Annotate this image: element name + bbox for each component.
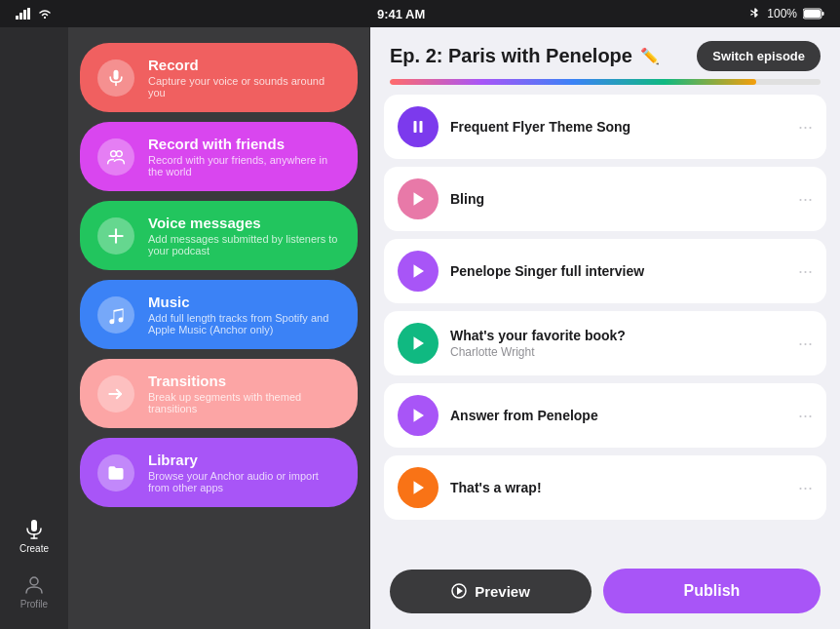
nav-create[interactable]: Create [16,510,53,562]
track-item-3[interactable]: Penelope Singer full interview··· [384,239,826,303]
track-title-2: Bling [450,191,786,207]
track-more-btn-1[interactable]: ··· [798,117,813,138]
track-title-6: That's a wrap! [450,480,786,495]
transitions-icon-circle [97,375,134,413]
track-title-4: What's your favorite book? [450,328,786,343]
action-card-library[interactable]: LibraryBrowse your Anchor audio or impor… [80,438,358,507]
track-more-btn-3[interactable]: ··· [798,261,813,282]
track-play-btn-3[interactable] [398,251,439,292]
svg-rect-3 [27,8,30,20]
track-more-btn-4[interactable]: ··· [798,334,813,354]
bluetooth-icon [749,7,761,20]
music-icon-circle [97,296,134,334]
track-title-1: Frequent Flyer Theme Song [450,119,786,135]
battery-icon [803,8,824,20]
track-more-btn-2[interactable]: ··· [798,189,813,210]
action-card-record-friends[interactable]: Record with friendsRecord with your frie… [80,122,358,191]
track-list: Frequent Flyer Theme Song···Bling···Pene… [370,95,840,557]
track-play-btn-4[interactable] [398,323,439,364]
friends-icon [106,147,126,167]
svg-marker-23 [414,336,425,350]
library-title: Library [148,452,340,468]
wifi-icon [37,8,53,20]
svg-point-14 [111,150,117,156]
pause-icon [409,118,427,136]
track-more-btn-6[interactable]: ··· [798,478,813,498]
music-subtitle: Add full length tracks from Spotify and … [148,312,340,335]
switch-episode-button[interactable]: Switch episode [697,41,821,71]
episode-header: Ep. 2: Paris with Penelope ✏️ Switch epi… [370,27,840,79]
svg-rect-20 [420,121,423,133]
svg-marker-21 [414,192,425,206]
track-play-btn-1[interactable] [398,106,439,147]
progress-bar-fill [390,79,756,85]
record-friends-title: Record with friends [148,136,340,152]
mic-icon [106,68,126,88]
episode-title: Ep. 2: Paris with Penelope ✏️ [390,45,660,67]
record-subtitle: Capture your voice or sounds around you [148,75,340,98]
right-panel: Ep. 2: Paris with Penelope ✏️ Switch epi… [370,27,840,629]
track-item-4[interactable]: What's your favorite book?Charlotte Wrig… [384,311,826,375]
track-item-1[interactable]: Frequent Flyer Theme Song··· [384,95,826,159]
profile-nav-icon [22,573,46,597]
action-card-transitions[interactable]: TransitionsBreak up segments with themed… [80,359,358,428]
record-icon-circle [97,59,134,97]
svg-rect-19 [414,121,417,133]
svg-point-15 [116,150,122,156]
svg-point-11 [30,577,38,585]
action-card-record[interactable]: RecordCapture your voice or sounds aroun… [80,43,358,112]
transitions-subtitle: Break up segments with themed transition… [148,391,340,414]
play-icon [409,479,427,496]
preview-play-icon [451,583,467,599]
sidebar: Create Profile [0,27,68,629]
bottom-nav: Create Profile [16,510,53,617]
track-item-6[interactable]: That's a wrap!··· [384,455,826,520]
voice-messages-icon-circle [97,217,134,255]
svg-marker-27 [457,587,463,595]
track-play-btn-2[interactable] [398,178,439,219]
library-icon-circle [97,454,134,491]
record-friends-subtitle: Record with your friends, anywhere in th… [148,154,340,177]
action-card-music[interactable]: MusicAdd full length tracks from Spotify… [80,280,358,349]
track-item-5[interactable]: Answer from Penelope··· [384,383,826,448]
track-item-2[interactable]: Bling··· [384,167,826,231]
track-title-5: Answer from Penelope [450,408,786,423]
arrow-icon [106,384,126,404]
create-nav-label: Create [19,543,49,554]
svg-rect-0 [16,16,19,20]
preview-button[interactable]: Preview [390,570,592,613]
signal-icon [16,8,31,20]
track-title-3: Penelope Singer full interview [450,263,786,279]
voice-messages-title: Voice messages [148,215,340,231]
play-icon [409,334,427,352]
track-subtitle-4: Charlotte Wright [450,345,786,359]
music-title: Music [148,294,340,310]
nav-profile[interactable]: Profile [16,566,53,617]
action-card-voice-messages[interactable]: Voice messagesAdd messages submitted by … [80,201,358,270]
mic-nav-icon [22,518,46,541]
record-title: Record [148,57,340,73]
svg-rect-2 [23,10,26,20]
edit-icon[interactable]: ✏️ [640,47,660,65]
voice-messages-subtitle: Add messages submitted by listeners to y… [148,233,340,256]
status-right-icons: 100% [749,7,824,20]
track-play-btn-5[interactable] [398,395,439,436]
music-icon [106,305,126,325]
episode-progress-bar [390,79,821,85]
track-play-btn-6[interactable] [398,467,439,508]
track-more-btn-5[interactable]: ··· [798,406,813,426]
library-subtitle: Browse your Anchor audio or import from … [148,470,340,493]
play-icon [409,190,427,208]
publish-button[interactable]: Publish [603,569,821,613]
transitions-title: Transitions [148,373,340,389]
record-friends-icon-circle [97,138,134,176]
svg-rect-6 [804,10,821,18]
plus-icon [106,226,126,246]
svg-rect-8 [31,520,37,531]
status-bar: 9:41 AM 100% [0,0,840,27]
svg-rect-1 [19,13,22,20]
svg-point-4 [44,17,46,19]
svg-marker-24 [414,409,425,422]
svg-marker-25 [414,481,425,494]
left-panel: RecordCapture your voice or sounds aroun… [68,27,370,629]
